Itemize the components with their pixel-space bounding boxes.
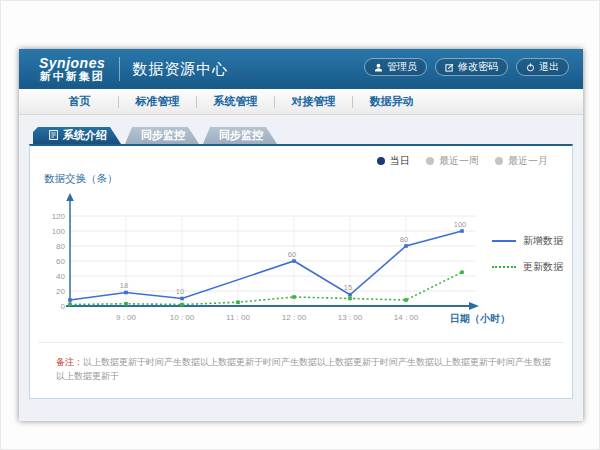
- period-filter-group: 当日 最近一周 最近一月: [377, 154, 548, 168]
- chart-panel: 当日 最近一周 最近一月 数据交换（条） 0204060801001209 : …: [29, 144, 573, 399]
- main-nav: 首页 标准管理 系统管理 对接管理 数据异动: [19, 89, 583, 115]
- edit-icon: [445, 63, 454, 72]
- panel-divider: [38, 342, 564, 343]
- svg-text:10 : 00: 10 : 00: [170, 313, 195, 322]
- svg-text:40: 40: [56, 272, 65, 281]
- nav-item-standard-mgmt[interactable]: 标准管理: [119, 94, 196, 109]
- radio-dot-icon: [495, 157, 503, 165]
- footnote-prefix: 备注：: [56, 357, 83, 367]
- change-password-label: 修改密码: [458, 60, 498, 74]
- dotted-line-icon: [492, 266, 516, 268]
- tab-label: 同步监控: [219, 128, 263, 143]
- svg-text:20: 20: [56, 287, 65, 296]
- y-axis-title: 数据交换（条）: [44, 172, 118, 186]
- nav-item-data-change[interactable]: 数据异动: [353, 94, 430, 109]
- radio-dot-icon: [377, 157, 385, 165]
- radio-dot-icon: [426, 157, 434, 165]
- tab-bar: 系统介绍 同步监控 同步监控: [33, 127, 573, 144]
- content-area: 系统介绍 同步监控 同步监控 当日 最近一周: [19, 115, 583, 421]
- legend-item-updated-data: 更新数据: [492, 260, 563, 274]
- current-user-button[interactable]: 管理员: [364, 58, 427, 76]
- tab-sync-monitor-2[interactable]: 同步监控: [203, 127, 277, 144]
- logout-label: 退出: [539, 60, 559, 74]
- nav-item-system-mgmt[interactable]: 系统管理: [197, 94, 274, 109]
- svg-text:60: 60: [288, 250, 296, 259]
- filter-label: 当日: [390, 154, 410, 168]
- header-actions: 管理员 修改密码 退出: [364, 58, 569, 76]
- line-chart: 0204060801001209 : 0010 : 0011 : 0012 : …: [40, 191, 490, 341]
- svg-text:9 : 00: 9 : 00: [116, 313, 137, 322]
- svg-text:13 : 00: 13 : 00: [338, 313, 363, 322]
- nav-item-home[interactable]: 首页: [41, 94, 118, 109]
- tab-label: 系统介绍: [63, 128, 107, 143]
- brand-logo: Synjones 新中新集团: [39, 56, 105, 82]
- x-axis-title: 日期（小时）: [450, 312, 510, 326]
- main-window: Synjones 新中新集团 数据资源中心 管理员 修改密码: [19, 49, 583, 421]
- tab-system-intro[interactable]: 系统介绍: [33, 127, 121, 144]
- tab-sync-monitor-1[interactable]: 同步监控: [125, 127, 199, 144]
- svg-text:10: 10: [176, 287, 184, 296]
- filter-label: 最近一周: [439, 154, 479, 168]
- solid-line-icon: [492, 240, 516, 242]
- svg-text:80: 80: [400, 235, 408, 244]
- header: Synjones 新中新集团 数据资源中心 管理员 修改密码: [19, 49, 583, 89]
- chart-legend: 新增数据 更新数据: [492, 234, 563, 286]
- app-window: Synjones 新中新集团 数据资源中心 管理员 修改密码: [0, 0, 600, 450]
- svg-text:15: 15: [344, 283, 352, 292]
- svg-text:18: 18: [120, 281, 128, 290]
- change-password-button[interactable]: 修改密码: [435, 58, 508, 76]
- footnote: 备注：以上数据更新于时间产生数据以上数据更新于时间产生数据以上数据更新于时间产生…: [56, 356, 556, 383]
- filter-radio-today[interactable]: 当日: [377, 154, 410, 168]
- document-icon: [49, 130, 58, 142]
- brand-name-cn: 新中新集团: [39, 71, 105, 83]
- nav-item-connect-mgmt[interactable]: 对接管理: [275, 94, 352, 109]
- current-user-label: 管理员: [387, 60, 417, 74]
- svg-text:100: 100: [454, 220, 467, 229]
- filter-radio-last-week[interactable]: 最近一周: [426, 154, 479, 168]
- svg-text:12 : 00: 12 : 00: [282, 313, 307, 322]
- filter-radio-last-month[interactable]: 最近一月: [495, 154, 548, 168]
- power-icon: [526, 63, 535, 72]
- svg-text:120: 120: [52, 212, 66, 221]
- brand-name-en: Synjones: [39, 56, 105, 71]
- svg-text:14 : 00: 14 : 00: [394, 313, 419, 322]
- svg-text:100: 100: [52, 227, 66, 236]
- legend-item-new-data: 新增数据: [492, 234, 563, 248]
- svg-text:0: 0: [61, 302, 66, 311]
- header-divider: [119, 57, 120, 81]
- page-title: 数据资源中心: [132, 60, 228, 79]
- tab-label: 同步监控: [141, 128, 185, 143]
- footnote-text: 以上数据更新于时间产生数据以上数据更新于时间产生数据以上数据更新于时间产生数据以…: [56, 357, 551, 381]
- svg-text:11 : 00: 11 : 00: [226, 313, 250, 322]
- svg-text:80: 80: [56, 242, 65, 251]
- filter-label: 最近一月: [508, 154, 548, 168]
- svg-text:60: 60: [56, 257, 65, 266]
- user-icon: [374, 63, 383, 72]
- logout-button[interactable]: 退出: [516, 58, 569, 76]
